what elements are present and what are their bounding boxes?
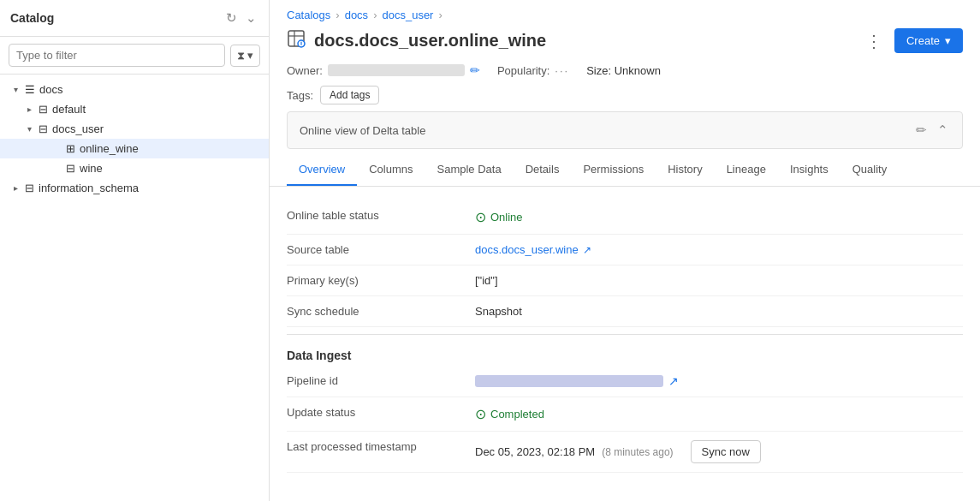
status-val: ⊙ Online bbox=[475, 200, 963, 235]
tab-overview[interactable]: Overview bbox=[287, 154, 357, 186]
info-banner-text: Online view of Delta table bbox=[300, 124, 425, 137]
size-label: Size: Unknown bbox=[586, 64, 661, 77]
tab-lineage[interactable]: Lineage bbox=[715, 154, 778, 186]
refresh-button[interactable]: ↻ bbox=[224, 9, 239, 27]
last-processed-key: Last processed timestamp bbox=[287, 432, 475, 473]
source-table-text: docs.docs_user.wine bbox=[475, 243, 579, 256]
schema-icon-default: ⊟ bbox=[39, 103, 48, 116]
tree-item-default[interactable]: ▸ ⊟ default bbox=[0, 99, 269, 119]
tags-label: Tags: bbox=[287, 89, 313, 102]
data-ingest-section: Data Ingest Pipeline id ↗ Update status … bbox=[287, 349, 963, 473]
table-icon-wine: ⊟ bbox=[66, 162, 75, 175]
tree-item-wine[interactable]: ⊟ wine bbox=[0, 158, 269, 178]
tabs-bar: Overview Columns Sample Data Details Per… bbox=[270, 154, 980, 187]
ingest-grid: Pipeline id ↗ Update status ⊙ Completed bbox=[287, 366, 963, 473]
tree-item-information-schema-label: information_schema bbox=[39, 182, 139, 194]
data-ingest-title: Data Ingest bbox=[287, 349, 963, 362]
banner-collapse-button[interactable]: ⌃ bbox=[935, 121, 950, 140]
sync-now-button[interactable]: Sync now bbox=[691, 440, 761, 463]
sidebar-title: Catalog bbox=[10, 11, 54, 25]
main-content: Catalogs › docs › docs_user › docs.docs_… bbox=[270, 0, 980, 501]
online-table-icon-small: ⊞ bbox=[66, 142, 75, 155]
source-val: docs.docs_user.wine ↗ bbox=[475, 235, 963, 265]
tree-item-online-wine-label: online_wine bbox=[80, 142, 139, 155]
primary-keys-text: ["id"] bbox=[475, 274, 498, 287]
popularity-item: Popularity: ··· bbox=[497, 64, 569, 77]
tree-item-online-wine[interactable]: ⊞ online_wine bbox=[0, 139, 269, 158]
tags-row: Tags: Add tags bbox=[270, 82, 980, 111]
chevron-docs-icon: ▾ bbox=[10, 85, 21, 94]
section-divider bbox=[287, 334, 963, 335]
tree-item-docs[interactable]: ▾ ☰ docs bbox=[0, 80, 269, 99]
collapse-icon: ⌄ bbox=[246, 10, 257, 25]
size-item: Size: Unknown bbox=[586, 64, 661, 77]
schema-icon-docs-user: ⊟ bbox=[39, 122, 48, 135]
database-icon: ☰ bbox=[25, 83, 35, 96]
breadcrumb-sep2: › bbox=[373, 9, 377, 21]
popularity-label: Popularity: bbox=[497, 64, 549, 77]
sidebar-header-icons: ↻ ⌄ bbox=[224, 9, 258, 27]
create-label: Create bbox=[906, 34, 940, 47]
filter-caret: ▾ bbox=[247, 49, 253, 62]
sync-schedule-val: Snapshot bbox=[475, 296, 963, 327]
catalog-tree: ▾ ☰ docs ▸ ⊟ default ▾ ⊟ docs_user ⊞ onl… bbox=[0, 75, 269, 501]
tab-insights[interactable]: Insights bbox=[778, 154, 840, 186]
tree-item-docs-user[interactable]: ▾ ⊟ docs_user bbox=[0, 119, 269, 139]
check-circle-icon: ⊙ bbox=[475, 209, 486, 225]
banner-edit-button[interactable]: ✏ bbox=[914, 121, 929, 140]
time-ago-text: (8 minutes ago) bbox=[602, 446, 673, 458]
timestamp-text: Dec 05, 2023, 02:18 PM bbox=[475, 445, 595, 458]
external-link-icon: ↗ bbox=[583, 244, 591, 256]
svg-point-5 bbox=[300, 45, 301, 45]
add-tags-button[interactable]: Add tags bbox=[320, 86, 379, 104]
filter-button[interactable]: ⧗ ▾ bbox=[230, 45, 260, 67]
tree-item-information-schema[interactable]: ▸ ⊟ information_schema bbox=[0, 178, 269, 198]
page-title-row: docs.docs_user.online_wine bbox=[287, 29, 546, 52]
create-button[interactable]: Create ▾ bbox=[894, 28, 963, 53]
header-actions: ⋮ Create ▾ bbox=[860, 28, 963, 53]
breadcrumb-catalogs[interactable]: Catalogs bbox=[287, 9, 330, 21]
search-input[interactable] bbox=[9, 44, 225, 67]
owner-edit-icon[interactable]: ✏ bbox=[470, 63, 480, 77]
status-text: Online bbox=[490, 211, 523, 224]
more-options-button[interactable]: ⋮ bbox=[860, 29, 888, 53]
refresh-icon: ↻ bbox=[226, 10, 237, 25]
tab-quality[interactable]: Quality bbox=[840, 154, 899, 186]
info-banner-icons: ✏ ⌃ bbox=[914, 121, 950, 140]
pipeline-id-val: ↗ bbox=[475, 366, 963, 397]
meta-row: Owner: ✏ Popularity: ··· Size: Unknown bbox=[270, 60, 980, 82]
page-header: docs.docs_user.online_wine ⋮ Create ▾ bbox=[270, 25, 980, 60]
tree-item-docs-label: docs bbox=[39, 83, 62, 96]
breadcrumb-docs-user[interactable]: docs_user bbox=[382, 9, 433, 21]
breadcrumb: Catalogs › docs › docs_user › bbox=[270, 0, 980, 25]
sidebar-search-row: ⧗ ▾ bbox=[0, 37, 269, 75]
collapse-sidebar-button[interactable]: ⌄ bbox=[244, 9, 258, 27]
breadcrumb-docs[interactable]: docs bbox=[345, 9, 368, 21]
schema-icon-info: ⊟ bbox=[25, 182, 34, 194]
source-key: Source table bbox=[287, 235, 475, 265]
pipeline-id-bar bbox=[475, 375, 663, 387]
chevron-docs-user-icon: ▾ bbox=[24, 124, 34, 134]
chevron-info-schema-icon: ▸ bbox=[10, 183, 21, 193]
tab-columns[interactable]: Columns bbox=[357, 154, 425, 186]
tab-sample-data[interactable]: Sample Data bbox=[425, 154, 513, 186]
update-status-val: ⊙ Completed bbox=[475, 397, 963, 432]
tab-history[interactable]: History bbox=[656, 154, 714, 186]
sync-schedule-text: Snapshot bbox=[475, 305, 522, 318]
page-title: docs.docs_user.online_wine bbox=[314, 31, 546, 51]
owner-item: Owner: ✏ bbox=[287, 63, 480, 77]
pipeline-id-key: Pipeline id bbox=[287, 366, 475, 397]
status-key: Online table status bbox=[287, 200, 475, 235]
tree-item-default-label: default bbox=[52, 103, 86, 116]
source-table-link[interactable]: docs.docs_user.wine ↗ bbox=[475, 243, 591, 256]
sidebar: Catalog ↻ ⌄ ⧗ ▾ ▾ ☰ docs ▸ ⊟ default bbox=[0, 0, 270, 501]
sync-schedule-key: Sync schedule bbox=[287, 296, 475, 327]
breadcrumb-sep1: › bbox=[336, 9, 339, 21]
tab-permissions[interactable]: Permissions bbox=[571, 154, 656, 186]
create-caret-icon: ▾ bbox=[945, 34, 951, 47]
pipeline-link-button[interactable]: ↗ bbox=[668, 374, 679, 388]
info-banner: Online view of Delta table ✏ ⌃ bbox=[287, 111, 963, 149]
tab-details[interactable]: Details bbox=[514, 154, 572, 186]
completed-status: ⊙ Completed bbox=[475, 406, 544, 422]
sidebar-header: Catalog ↻ ⌄ bbox=[0, 0, 269, 37]
